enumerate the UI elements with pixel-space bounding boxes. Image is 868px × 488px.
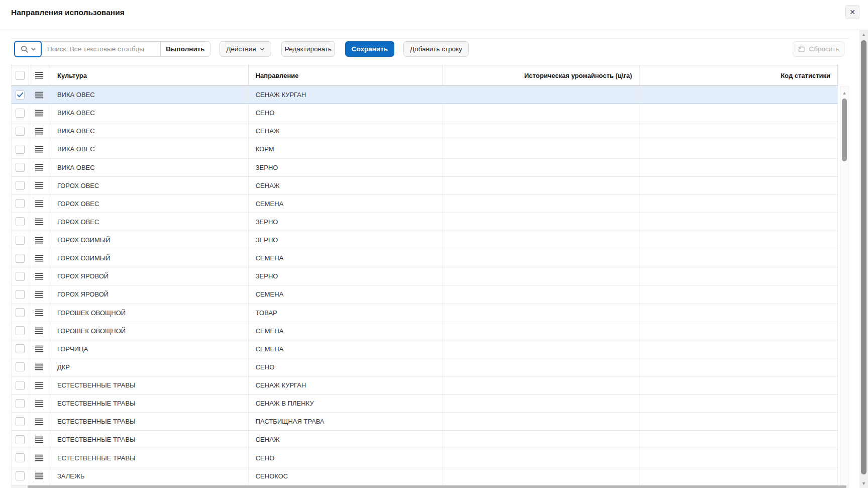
row-menu-button[interactable] [29, 358, 50, 376]
cell-culture[interactable]: ВИКА ОВЕС [50, 122, 249, 140]
row-checkbox[interactable] [12, 285, 29, 303]
cell-culture[interactable]: ГОРОХ ЯРОВОЙ [50, 267, 249, 285]
cell-direction[interactable]: ЗЕРНО [249, 231, 444, 249]
cell-culture[interactable]: ЗАЛЕЖЬ [50, 467, 249, 485]
row-checkbox[interactable] [12, 431, 29, 448]
row-checkbox[interactable] [12, 358, 29, 376]
cell-culture[interactable]: ГОРОШЕК ОВОЩНОЙ [50, 322, 249, 340]
cell-stat-code[interactable] [639, 322, 838, 340]
row-menu-button[interactable] [29, 340, 50, 358]
row-menu-button[interactable] [29, 285, 50, 303]
cell-yield[interactable] [443, 395, 639, 412]
table-row[interactable]: ГОРОХ ОВЕС СЕНАЖ [11, 177, 838, 195]
cell-stat-code[interactable] [639, 340, 838, 358]
table-row[interactable]: ЕСТЕСТВЕННЫЕ ТРАВЫ СЕНО [11, 449, 838, 467]
table-row[interactable]: ГОРОШЕК ОВОЩНОЙ СЕМЕНА [11, 322, 838, 340]
cell-direction[interactable]: СЕНО [249, 104, 444, 122]
row-checkbox[interactable] [12, 213, 29, 231]
row-menu-button[interactable] [29, 304, 50, 322]
cell-yield[interactable] [443, 431, 639, 448]
cell-yield[interactable] [443, 249, 639, 267]
cell-direction[interactable]: СЕНАЖ [249, 122, 444, 140]
cell-culture[interactable]: ДКР [50, 358, 249, 376]
cell-stat-code[interactable] [639, 431, 838, 448]
table-row[interactable]: ЕСТЕСТВЕННЫЕ ТРАВЫ СЕНАЖ [11, 431, 838, 449]
cell-culture[interactable]: ВИКА ОВЕС [50, 159, 249, 176]
cell-direction[interactable]: СЕНАЖ [249, 177, 444, 194]
cell-culture[interactable]: ВИКА ОВЕС [50, 140, 249, 158]
row-checkbox[interactable] [12, 177, 29, 194]
row-menu-button[interactable] [29, 159, 50, 176]
cell-yield[interactable] [443, 177, 639, 194]
row-menu-button[interactable] [29, 431, 50, 448]
cell-yield[interactable] [443, 449, 639, 467]
row-menu-button[interactable] [29, 86, 50, 104]
cell-yield[interactable] [443, 376, 639, 394]
cell-yield[interactable] [443, 322, 639, 340]
grid-hscrollbar-thumb[interactable] [28, 485, 846, 488]
cell-direction[interactable]: ЗЕРНО [249, 213, 444, 231]
row-menu-button[interactable] [29, 322, 50, 340]
table-row[interactable]: ГОРОХ ОВЕС СЕМЕНА [11, 195, 838, 213]
row-menu-button[interactable] [29, 449, 50, 467]
select-all-checkbox[interactable] [12, 65, 29, 85]
row-menu-button[interactable] [29, 177, 50, 194]
row-checkbox[interactable] [12, 249, 29, 267]
row-checkbox[interactable] [12, 86, 29, 104]
row-checkbox[interactable] [12, 413, 29, 430]
cell-yield[interactable] [443, 159, 639, 176]
table-row[interactable]: ДКР СЕНО [11, 358, 838, 376]
table-row[interactable]: ВИКА ОВЕС КОРМ [11, 140, 838, 158]
column-header-culture[interactable]: Культура [50, 65, 249, 85]
row-checkbox[interactable] [12, 467, 29, 485]
table-row[interactable]: ГОРОХ ОВЕС ЗЕРНО [11, 213, 838, 231]
row-checkbox[interactable] [12, 195, 29, 213]
edit-button[interactable]: Редактировать [281, 41, 335, 57]
cell-stat-code[interactable] [639, 267, 838, 285]
row-menu-button[interactable] [29, 213, 50, 231]
row-checkbox[interactable] [12, 267, 29, 285]
cell-stat-code[interactable] [639, 249, 838, 267]
row-checkbox[interactable] [12, 231, 29, 249]
cell-direction[interactable]: СЕНО [249, 358, 444, 376]
table-row[interactable]: ГОРОХ ОЗИМЫЙ СЕМЕНА [11, 249, 838, 267]
column-header-yield[interactable]: Историческая урожайность (ц\га) [443, 65, 639, 85]
row-checkbox[interactable] [12, 322, 29, 340]
actions-menu-button[interactable]: Действия [220, 41, 271, 57]
cell-stat-code[interactable] [639, 140, 838, 158]
cell-yield[interactable] [443, 213, 639, 231]
cell-direction[interactable]: СЕНОКОС [249, 467, 444, 485]
table-row[interactable]: ВИКА ОВЕС СЕНАЖ [11, 122, 838, 140]
cell-direction[interactable]: ЗЕРНО [249, 159, 444, 176]
table-row[interactable]: ЕСТЕСТВЕННЫЕ ТРАВЫ СЕНАЖ В ПЛЕНКУ [11, 395, 838, 413]
cell-culture[interactable]: ГОРЧИЦА [50, 340, 249, 358]
cell-stat-code[interactable] [639, 285, 838, 303]
cell-direction[interactable]: ТОВАР [249, 304, 444, 322]
table-row[interactable]: ГОРОХ ОЗИМЫЙ ЗЕРНО [11, 231, 838, 249]
cell-culture[interactable]: ГОРОХ ОВЕС [50, 213, 249, 231]
save-button[interactable]: Сохранить [345, 41, 394, 57]
row-menu-button[interactable] [29, 467, 50, 485]
table-row[interactable]: ГОРОХ ЯРОВОЙ ЗЕРНО [11, 267, 838, 285]
cell-stat-code[interactable] [639, 358, 838, 376]
cell-yield[interactable] [443, 467, 639, 485]
cell-stat-code[interactable] [639, 395, 838, 412]
cell-direction[interactable]: СЕНАЖ В ПЛЕНКУ [249, 395, 444, 412]
cell-direction[interactable]: СЕМЕНА [249, 195, 444, 213]
cell-culture[interactable]: ЕСТЕСТВЕННЫЕ ТРАВЫ [50, 376, 249, 394]
grid-scrollbar-thumb[interactable] [842, 99, 847, 161]
search-options-button[interactable] [14, 41, 42, 57]
row-checkbox[interactable] [12, 159, 29, 176]
row-checkbox[interactable] [12, 376, 29, 394]
cell-stat-code[interactable] [639, 449, 838, 467]
row-menu-button[interactable] [29, 413, 50, 430]
cell-stat-code[interactable] [639, 177, 838, 194]
scroll-down-icon[interactable]: ▼ [859, 481, 868, 486]
table-row[interactable]: ВИКА ОВЕС СЕНАЖ КУРГАН [11, 86, 838, 104]
cell-direction[interactable]: СЕМЕНА [249, 285, 444, 303]
cell-direction[interactable]: ЗЕРНО [249, 267, 444, 285]
cell-yield[interactable] [443, 413, 639, 430]
cell-stat-code[interactable] [639, 122, 838, 140]
row-menu-button[interactable] [29, 195, 50, 213]
cell-direction[interactable]: СЕМЕНА [249, 249, 444, 267]
